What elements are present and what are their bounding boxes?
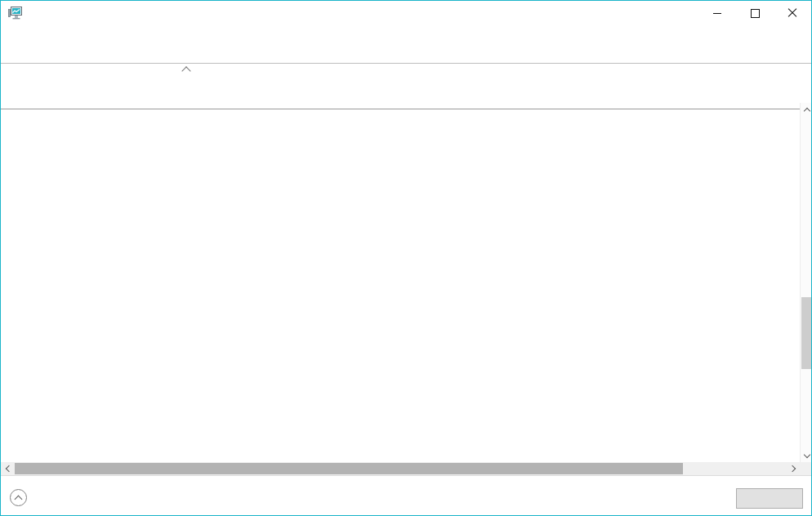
maximize-icon	[751, 9, 760, 18]
title-bar	[1, 1, 811, 25]
chevron-down-icon	[803, 451, 810, 457]
scrollbar-corner	[800, 462, 812, 475]
chevron-right-icon	[788, 465, 795, 472]
scroll-left-button[interactable]	[1, 462, 15, 475]
footer-bar	[1, 475, 811, 515]
scroll-down-button[interactable]	[801, 449, 812, 462]
task-manager-window	[0, 0, 812, 516]
collapse-circle-icon	[10, 489, 27, 506]
minimize-icon	[713, 13, 721, 14]
chevron-left-icon	[5, 465, 11, 472]
close-button[interactable]	[774, 1, 811, 25]
task-manager-app-icon	[8, 7, 22, 20]
chevron-up-icon	[803, 107, 810, 113]
column-header-row	[1, 64, 800, 103]
vertical-scrollbar-thumb[interactable]	[801, 297, 812, 369]
sort-ascending-icon	[181, 66, 190, 75]
minimize-button[interactable]	[698, 1, 736, 25]
fewer-details-toggle[interactable]	[10, 489, 33, 506]
maximize-button[interactable]	[736, 1, 774, 25]
vertical-scrollbar[interactable]	[800, 103, 812, 462]
close-icon	[787, 8, 797, 18]
tab-strip	[1, 43, 812, 64]
process-list	[1, 103, 800, 462]
end-task-button[interactable]	[736, 488, 803, 509]
scroll-right-button[interactable]	[786, 462, 800, 475]
menu-bar	[1, 25, 811, 43]
scroll-up-button[interactable]	[801, 103, 812, 116]
horizontal-scrollbar-thumb[interactable]	[15, 463, 683, 474]
horizontal-scrollbar[interactable]	[1, 462, 800, 475]
